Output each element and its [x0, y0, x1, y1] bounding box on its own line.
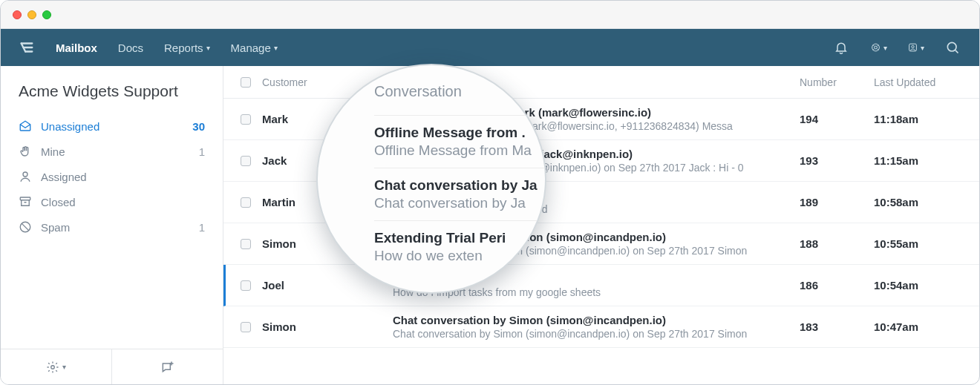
chevron-down-icon: ▾: [62, 363, 66, 371]
user-square-icon: [908, 40, 918, 55]
titlebar: [1, 1, 979, 29]
archive-icon: [19, 195, 32, 208]
app-logo-icon: [19, 39, 35, 56]
app-window: Mailbox Docs Reports ▾ Manage ▾ ▾ ▾: [0, 0, 980, 385]
chevron-down-icon: ▾: [921, 44, 924, 52]
row-checkbox[interactable]: [241, 322, 251, 332]
magnifier-item: Chat conversation by JaChat conversation…: [374, 168, 545, 220]
svg-point-8: [51, 365, 55, 369]
header-last-updated[interactable]: Last Updated: [874, 76, 970, 88]
svg-rect-6: [20, 197, 30, 200]
sidebar-folder-label: Closed: [41, 196, 76, 208]
search-button[interactable]: [945, 39, 961, 56]
svg-point-3: [912, 45, 914, 47]
hand-icon: [19, 145, 32, 158]
sidebar-folder-mine[interactable]: Mine1: [1, 139, 223, 164]
search-icon: [945, 40, 960, 55]
row-checkbox[interactable]: [241, 156, 251, 166]
svg-point-1: [875, 46, 878, 49]
row-checkbox[interactable]: [241, 239, 251, 249]
nav-docs[interactable]: Docs: [118, 42, 143, 54]
sidebar-folder-spam[interactable]: Spam1: [1, 214, 223, 240]
traffic-lights: [13, 10, 51, 19]
row-number: 194: [800, 113, 818, 125]
window-minimize-button[interactable]: [27, 10, 36, 19]
help-button[interactable]: ▾: [871, 39, 887, 56]
sidebar-folder-closed[interactable]: Closed: [1, 189, 223, 214]
sidebar: Acme Widgets Support Unassigned30Mine1As…: [1, 66, 223, 384]
magnifier-item: Offline Message from .Offline Message fr…: [374, 115, 545, 168]
sidebar-folder-unassigned[interactable]: Unassigned30: [1, 113, 223, 139]
table-header: Customer Conversation Number Last Update…: [223, 66, 979, 99]
svg-point-4: [947, 42, 956, 51]
mailbox-title: Acme Widgets Support: [1, 66, 223, 113]
row-checkbox[interactable]: [241, 114, 251, 125]
ban-icon: [19, 220, 32, 234]
row-customer: Mark: [262, 113, 288, 125]
row-customer: Joel: [262, 279, 284, 292]
chevron-down-icon: ▾: [883, 44, 887, 52]
nav-reports-label: Reports: [164, 42, 203, 54]
svg-rect-2: [909, 44, 917, 51]
window-close-button[interactable]: [13, 10, 22, 19]
row-preview: Chat conversation by Simon (simon@incand…: [393, 328, 779, 340]
notifications-button[interactable]: [834, 39, 850, 56]
row-customer: Martin: [262, 196, 295, 208]
chevron-down-icon: ▾: [274, 44, 278, 52]
row-number: 193: [800, 154, 818, 167]
row-updated: 10:58am: [874, 196, 918, 208]
mail-open-icon: [19, 119, 32, 133]
nav-mailbox[interactable]: Mailbox: [56, 42, 97, 54]
new-conversation-button[interactable]: [111, 349, 223, 384]
magnifier-item-title: Chat conversation by Ja: [374, 177, 545, 194]
compose-icon: [160, 360, 175, 375]
lifebuoy-icon: [871, 40, 881, 55]
account-button[interactable]: ▾: [908, 39, 924, 56]
nav-reports[interactable]: Reports ▾: [164, 42, 210, 54]
magnifier-item-preview: Offline Message from Ma: [374, 142, 545, 159]
magnifier-overlay: Conversation Offline Message from .Offli…: [316, 64, 546, 294]
user-icon: [19, 170, 32, 183]
top-nav: Mailbox Docs Reports ▾ Manage ▾ ▾ ▾: [1, 29, 979, 66]
sidebar-folder-label: Unassigned: [41, 120, 99, 133]
sidebar-folder-count: 30: [192, 120, 205, 133]
row-subject: Chat conversation by Simon (simon@incand…: [393, 314, 800, 326]
magnifier-item-title: Offline Message from .: [374, 125, 545, 141]
row-number: 189: [800, 196, 818, 208]
row-customer: Simon: [262, 320, 296, 333]
sidebar-folder-label: Spam: [41, 221, 70, 234]
row-number: 183: [800, 320, 818, 333]
magnifier-item-preview: Chat conversation by Ja: [374, 195, 545, 211]
nav-manage-label: Manage: [231, 42, 271, 54]
gear-icon: [46, 361, 59, 374]
chevron-down-icon: ▾: [206, 44, 210, 52]
bell-icon: [834, 40, 849, 55]
conversation-row[interactable]: SimonChat conversation by Simon (simon@i…: [223, 306, 979, 348]
row-number: 186: [800, 279, 818, 292]
row-customer: Simon: [262, 237, 296, 250]
nav-manage[interactable]: Manage ▾: [231, 42, 278, 54]
sidebar-folder-label: Mine: [41, 145, 65, 158]
sidebar-folder-label: Assigned: [41, 171, 87, 183]
header-number[interactable]: Number: [800, 76, 874, 88]
conversation-row[interactable]: JoelImporting TasksHow do I import tasks…: [223, 265, 979, 306]
sidebar-folder-count: 1: [199, 221, 205, 234]
row-updated: 10:55am: [874, 237, 918, 250]
select-all-checkbox[interactable]: [241, 77, 251, 88]
row-checkbox[interactable]: [241, 280, 251, 291]
row-checkbox[interactable]: [241, 197, 251, 208]
window-zoom-button[interactable]: [42, 10, 51, 19]
magnifier-item-title: Extending Trial Peri: [374, 230, 545, 246]
sidebar-folder-count: 1: [199, 145, 205, 158]
row-updated: 11:18am: [874, 113, 918, 125]
row-number: 188: [800, 237, 818, 250]
row-updated: 11:15am: [874, 154, 918, 167]
sidebar-folder-assigned[interactable]: Assigned: [1, 164, 223, 189]
row-updated: 10:47am: [874, 320, 918, 333]
svg-point-5: [23, 172, 27, 177]
sidebar-settings-button[interactable]: ▾: [1, 349, 111, 384]
row-customer: Jack: [262, 154, 287, 167]
row-updated: 10:54am: [874, 279, 918, 292]
